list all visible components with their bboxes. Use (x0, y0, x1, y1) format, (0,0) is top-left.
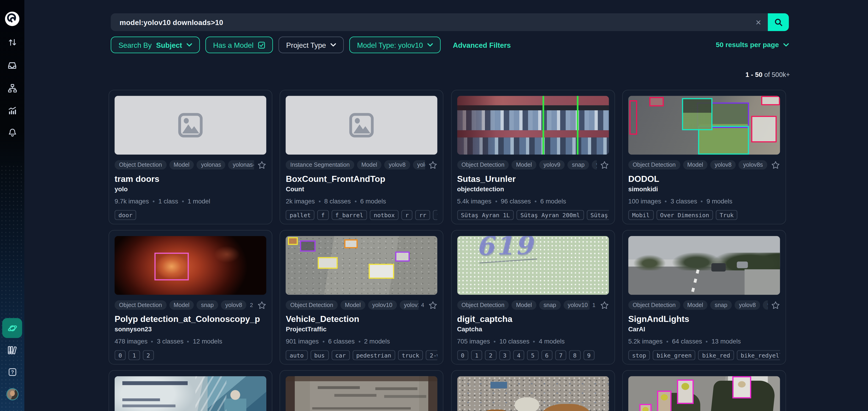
project-card[interactable]: Object DetectionModelyolonasyolonas-stra… (108, 90, 272, 224)
class-chip: 0 (115, 350, 126, 360)
tag-pills: Object DetectionModelsnapyolov10yolo (457, 300, 590, 310)
tag-pill: Object Detection (457, 160, 509, 170)
project-card[interactable]: Object DetectionModelsnapyolov8yolovSign… (622, 230, 786, 364)
search-input[interactable]: model:yolov10 downloads>10 (111, 18, 749, 26)
class-chip: Over Dimension (656, 210, 713, 220)
project-thumbnail (628, 376, 780, 411)
aerial-art (288, 237, 298, 245)
tag-pill: Model (357, 160, 382, 170)
results-per-page-select[interactable]: 50 results per page (716, 36, 788, 53)
project-card[interactable] (280, 370, 443, 411)
search-by-filter[interactable]: Search By Subject (111, 36, 200, 53)
tag-overflow-count: 4 (421, 302, 424, 308)
project-card[interactable]: Object DetectionModelyolov9snapyolovSuta… (451, 90, 615, 224)
search-button[interactable] (768, 13, 789, 31)
stat-value: 5.2k images (628, 338, 663, 345)
project-thumbnail (457, 376, 609, 411)
project-stats: 9.7k images1 class1 model (115, 198, 266, 205)
checkbox-checked-icon (258, 41, 265, 49)
stat-separator-dot (182, 200, 184, 202)
project-card[interactable]: Object DetectionModelyolov8yolov8ssnaDOD… (622, 90, 786, 224)
model-type-label: Model Type: yolov10 (357, 41, 423, 49)
placeholder-art (349, 113, 374, 137)
stat-separator-dot (359, 341, 360, 342)
help-icon[interactable]: ? (0, 362, 24, 382)
class-chip: 6 (541, 350, 552, 360)
inbox-icon[interactable] (0, 55, 24, 75)
class-chip: door (115, 210, 136, 220)
tag-row: Object DetectionModelyolov10yolov10ny4 (286, 300, 437, 310)
class-chip: t (433, 210, 437, 220)
project-thumbnail (115, 236, 266, 295)
star-icon[interactable] (771, 160, 780, 170)
tag-pill: snap (196, 300, 218, 310)
star-icon[interactable] (429, 160, 438, 170)
project-card[interactable]: Object DetectionModelyolov10yolov10ny4Ve… (280, 230, 443, 364)
project-title: SignAndLights (628, 314, 780, 324)
project-title: tram doors (115, 174, 266, 184)
analytics-icon[interactable] (0, 100, 24, 120)
project-card[interactable]: Object DetectionModelsnapyolov8yolov2Pol… (108, 230, 272, 364)
project-card[interactable]: 619Object DetectionModelsnapyolov10yolo1… (451, 230, 615, 364)
tag-pills: Instance SegmentationModelyolov8yolov8n (286, 160, 425, 170)
star-icon[interactable] (600, 160, 609, 170)
clear-search-icon[interactable]: ✕ (749, 18, 768, 26)
class-chip: bike_green (653, 350, 695, 360)
stat-value: 705 images (457, 338, 490, 345)
stat-value: 64 classes (672, 338, 702, 345)
tag-pill: Model (512, 300, 536, 310)
tag-pills: Object DetectionModelyolov9snapyolov (457, 160, 596, 170)
class-chip: truck (398, 350, 423, 360)
project-card[interactable]: Instance SegmentationModelyolov8yolov8nB… (280, 90, 443, 224)
traffic-art (751, 116, 777, 142)
tag-pill: yolov8 (710, 160, 736, 170)
helmets-art (708, 381, 776, 411)
class-chip: f_barrel (331, 210, 367, 220)
star-icon[interactable] (429, 300, 438, 310)
tag-overflow-count: 1 (592, 302, 595, 308)
class-chip: f (317, 210, 329, 220)
star-icon[interactable] (600, 300, 609, 310)
stat-separator-dot (535, 200, 536, 202)
class-chip: Sütaş Ayran 200ml (517, 210, 584, 220)
stat-value: 4 models (539, 338, 565, 345)
workflow-icon[interactable] (0, 78, 24, 98)
project-thumbnail (286, 236, 437, 295)
project-card[interactable] (451, 370, 615, 411)
stat-separator-dot (153, 200, 154, 202)
star-icon[interactable] (257, 160, 266, 170)
poster-art (122, 405, 176, 407)
sidebar: ? (0, 0, 24, 411)
bell-icon[interactable] (0, 122, 24, 142)
star-icon[interactable] (257, 300, 266, 310)
class-chip: 4 (513, 350, 524, 360)
helmets-art (677, 380, 693, 404)
class-chip: 2 (143, 350, 154, 360)
project-type-filter[interactable]: Project Type (278, 36, 344, 53)
project-card[interactable] (108, 370, 272, 411)
project-thumbnail: 619 (457, 236, 609, 295)
stat-value: 100 images (628, 198, 661, 205)
star-icon[interactable] (771, 300, 780, 310)
tag-row: Instance SegmentationModelyolov8yolov8n (286, 160, 437, 170)
aerial-art (396, 252, 410, 262)
project-title: Vehicle_Detection (286, 314, 437, 324)
sort-arrows-icon[interactable] (0, 32, 24, 52)
has-model-filter[interactable]: Has a Model (205, 36, 273, 53)
tag-pill: yolov8 (221, 300, 247, 310)
stat-value: 478 images (115, 338, 148, 345)
project-card[interactable] (622, 370, 786, 411)
model-type-filter[interactable]: Model Type: yolov10 (349, 36, 441, 53)
roboflow-logo-icon[interactable] (0, 9, 24, 29)
result-range: 1 - 50 of 500k+ (745, 71, 790, 79)
chevron-down-icon (427, 43, 433, 47)
placeholder-art (178, 113, 203, 137)
sidebar-item-universe[interactable] (2, 318, 22, 338)
library-icon[interactable] (0, 340, 24, 360)
class-chip: 1 (471, 350, 483, 360)
tag-row: Object DetectionModelyolov8yolov8ssna (628, 160, 780, 170)
avatar[interactable] (7, 389, 18, 400)
class-chip: 8 (569, 350, 580, 360)
advanced-filters-link[interactable]: Advanced Filters (453, 41, 511, 49)
project-author: Count (286, 185, 437, 192)
